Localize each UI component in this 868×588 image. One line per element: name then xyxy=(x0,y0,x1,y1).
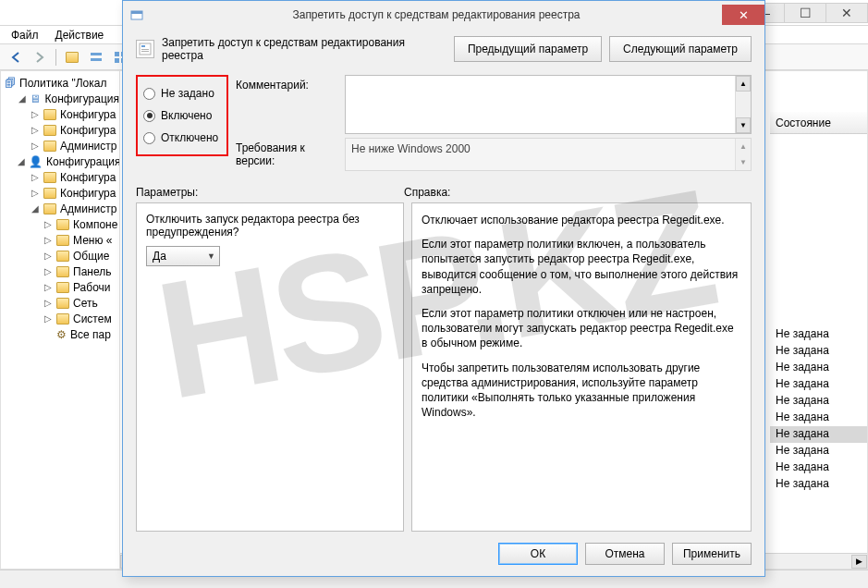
tree-item[interactable]: ▷Конфигура xyxy=(31,122,119,138)
tree-user-config[interactable]: ◢👤Конфигурация xyxy=(18,153,119,169)
tree-label: Сеть xyxy=(73,297,98,310)
menu-action[interactable]: Действие xyxy=(50,28,110,42)
expand-icon[interactable]: ▷ xyxy=(43,219,53,229)
tree-item[interactable]: ▷Рабочи xyxy=(43,279,119,295)
radio-group-highlight: Не задано Включено Отключено xyxy=(136,75,228,156)
scroll-up-icon[interactable]: ▲ xyxy=(736,76,751,92)
folder-icon xyxy=(56,298,69,309)
collapse-icon[interactable]: ◢ xyxy=(18,93,26,104)
scroll-down-icon[interactable]: ▼ xyxy=(736,117,751,133)
tree-item[interactable]: ▷Администр xyxy=(31,138,119,153)
toolbar-forward-button[interactable] xyxy=(30,47,50,67)
list-row-state[interactable]: Не задана xyxy=(770,410,867,426)
expand-icon[interactable]: ▷ xyxy=(31,125,40,135)
tree-item[interactable]: ▷Меню « xyxy=(43,232,119,248)
folder-icon xyxy=(43,125,56,136)
expand-icon[interactable]: ▷ xyxy=(31,141,40,151)
user-icon: 👤 xyxy=(29,155,43,168)
list-row-state[interactable]: Не задана xyxy=(770,360,867,376)
svg-rect-10 xyxy=(141,49,149,50)
radio-icon[interactable] xyxy=(143,88,155,100)
folder-icon xyxy=(43,203,56,214)
column-header-state[interactable]: Состояние xyxy=(770,112,867,134)
requirements-text: Не ниже Windows 2000 xyxy=(351,142,471,155)
expand-icon[interactable]: ▷ xyxy=(31,172,40,182)
expand-icon[interactable]: ▷ xyxy=(43,266,53,276)
scroll-down-icon[interactable]: ▼ xyxy=(736,154,751,170)
tree-root-label: Политика "Локал xyxy=(19,77,106,90)
folder-icon xyxy=(43,109,56,120)
expand-icon[interactable]: ▷ xyxy=(43,251,53,261)
folder-icon xyxy=(43,141,56,152)
collapse-icon[interactable]: ◢ xyxy=(18,156,25,166)
apply-button[interactable]: Применить xyxy=(672,543,752,565)
toolbar-up-button[interactable] xyxy=(62,47,82,67)
list-row-state[interactable]: Не задана xyxy=(770,393,867,410)
collapse-icon[interactable]: ◢ xyxy=(31,203,40,214)
scroll-up-icon[interactable]: ▲ xyxy=(736,139,751,154)
radio-icon[interactable] xyxy=(143,110,155,122)
policy-item-icon xyxy=(136,40,154,58)
toolbar-back-button[interactable] xyxy=(6,47,26,67)
vertical-scrollbar[interactable]: ▲▼ xyxy=(735,139,751,170)
ok-button[interactable]: ОК xyxy=(498,543,578,565)
list-row-state[interactable]: Не задана xyxy=(770,476,867,493)
radio-icon[interactable] xyxy=(143,132,155,144)
scroll-right-icon[interactable]: ▶ xyxy=(851,555,867,569)
tree-root[interactable]: 🗐Политика "Локал xyxy=(5,75,119,91)
list-row-state[interactable]: Не задана xyxy=(770,426,867,443)
menu-file[interactable]: Файл xyxy=(6,28,44,42)
policy-icon: 🗐 xyxy=(5,77,16,90)
list-row-state[interactable]: Не задана xyxy=(770,443,867,459)
list-row-state[interactable]: Не задана xyxy=(770,326,867,343)
expand-icon[interactable]: ▷ xyxy=(31,109,40,119)
list-row-state[interactable]: Не задана xyxy=(770,459,867,476)
folder-icon xyxy=(56,219,69,230)
expand-icon[interactable]: ▷ xyxy=(31,188,40,198)
tree-label: Компоне xyxy=(73,218,117,231)
tree-pane[interactable]: 🗐Политика "Локал ◢🖥Конфигурация ▷Конфигу… xyxy=(0,70,120,570)
prev-setting-button[interactable]: Предыдущий параметр xyxy=(454,36,602,62)
expand-icon[interactable]: ▷ xyxy=(43,298,53,308)
folder-icon xyxy=(56,313,69,325)
policy-dialog: Запретить доступ к средствам редактирова… xyxy=(122,0,765,577)
tree-item[interactable]: ▷Конфигура xyxy=(31,106,119,122)
dialog-titlebar[interactable]: Запретить доступ к средствам редактирова… xyxy=(123,1,764,29)
next-setting-button[interactable]: Следующий параметр xyxy=(609,36,752,62)
radio-disabled[interactable]: Отключено xyxy=(143,127,221,149)
params-section-label: Параметры: xyxy=(136,186,404,199)
state-column: Не заданаНе заданаНе заданаНе заданаНе з… xyxy=(770,326,867,493)
tree-item[interactable]: ▷Систем xyxy=(43,311,119,326)
tree-computer-config[interactable]: ◢🖥Конфигурация xyxy=(18,91,119,106)
tree-item[interactable]: ▷Сеть xyxy=(43,295,119,311)
option-select[interactable]: Да ▼ xyxy=(146,246,220,266)
radio-not-configured[interactable]: Не задано xyxy=(143,82,221,104)
cancel-button[interactable]: Отмена xyxy=(585,543,665,565)
toolbar-view-list-button[interactable] xyxy=(86,47,106,67)
expand-icon[interactable]: ▷ xyxy=(43,282,53,292)
svg-rect-11 xyxy=(141,51,149,52)
help-paragraph: Если этот параметр политики отключен или… xyxy=(422,306,741,351)
expand-icon[interactable]: ▷ xyxy=(43,235,53,245)
vertical-scrollbar[interactable]: ▲▼ xyxy=(735,76,751,133)
tree-item[interactable]: ⚙Все пар xyxy=(43,326,119,342)
folder-icon xyxy=(56,266,69,277)
tree-label: Конфигурация xyxy=(46,155,120,168)
comment-textarea[interactable]: ▲▼ xyxy=(345,75,752,134)
list-row-state[interactable]: Не задана xyxy=(770,343,867,360)
parent-maximize-button[interactable]: ☐ xyxy=(784,3,826,23)
computer-icon: 🖥 xyxy=(30,92,41,105)
tree-item[interactable]: ◢Администр xyxy=(31,201,119,216)
list-row-state[interactable]: Не задана xyxy=(770,376,867,393)
expand-icon[interactable]: ▷ xyxy=(43,313,53,324)
parent-close-button[interactable]: ✕ xyxy=(825,3,868,23)
tree-label: Общие xyxy=(73,250,109,263)
radio-enabled[interactable]: Включено xyxy=(143,104,221,127)
tree-label: Конфигура xyxy=(60,124,116,137)
tree-item[interactable]: ▷Общие xyxy=(43,248,119,263)
tree-item[interactable]: ▷Конфигура xyxy=(31,169,119,185)
tree-item[interactable]: ▷Компоне xyxy=(43,216,119,232)
tree-item[interactable]: ▷Панель xyxy=(43,263,119,279)
tree-item[interactable]: ▷Конфигура xyxy=(31,185,119,201)
dialog-close-button[interactable]: ✕ xyxy=(722,5,764,25)
